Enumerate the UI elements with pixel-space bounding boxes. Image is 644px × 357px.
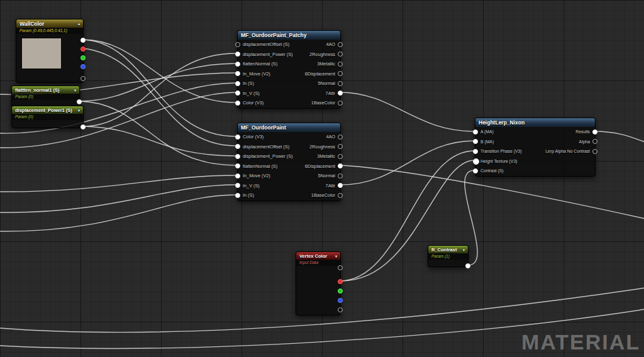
node-row: displacement_Power (S) 2Roughness	[238, 50, 340, 60]
output-pin-label: 5Normal	[318, 173, 335, 178]
input-pin[interactable]	[235, 163, 240, 168]
node-heightlerp-nixon[interactable]: HeightLerp_Nixon A (MA) Results B (MA) A…	[475, 118, 596, 177]
output-pin-label: 6Displacement	[305, 71, 335, 77]
node-row: flattenNormal (S) 3Metallic	[238, 59, 340, 69]
output-pin[interactable]	[77, 99, 82, 104]
input-pin-label: Height Texture (V3)	[480, 159, 517, 163]
output-pin-a[interactable]	[80, 76, 86, 81]
input-pin[interactable]	[235, 81, 240, 86]
collapse-arrow-icon[interactable]: ▾	[74, 88, 76, 92]
input-pin[interactable]	[235, 101, 240, 106]
output-pin[interactable]	[338, 135, 343, 140]
input-pin[interactable]	[473, 139, 478, 144]
output-pin[interactable]	[338, 42, 343, 47]
input-pin[interactable]	[235, 193, 240, 198]
wire[interactable]	[83, 126, 236, 156]
input-pin[interactable]	[235, 173, 240, 178]
output-pin[interactable]	[338, 173, 343, 178]
collapse-arrow-icon[interactable]: ▾	[335, 254, 337, 258]
wire[interactable]	[83, 48, 236, 146]
input-pin-label: flattenNormal (S)	[243, 163, 277, 169]
wire[interactable]	[340, 141, 474, 185]
wire[interactable]	[0, 175, 236, 192]
wire[interactable]	[340, 92, 474, 131]
output-pin[interactable]	[592, 149, 597, 154]
node-row: B (MA) Alpha	[475, 137, 595, 147]
node-header[interactable]: Vertex Color ▾	[296, 252, 340, 260]
node-subtitle: Param (0)	[12, 94, 79, 100]
input-pin-label: In_Move (V2)	[243, 71, 270, 77]
node-row: In_V (S) 7Attr	[238, 89, 340, 99]
output-pin-rgb[interactable]	[338, 265, 343, 270]
color-preview	[21, 38, 62, 69]
output-pin[interactable]	[338, 154, 343, 159]
node-row: Contrast (S)	[475, 166, 595, 176]
output-pin[interactable]	[338, 62, 343, 67]
node-wallcolor[interactable]: WallColor ▴ Param (0.49,0.445,0.41,1)	[16, 19, 84, 83]
node-vertex-color[interactable]: Vertex Color ▾ Input Data	[296, 251, 341, 316]
input-pin[interactable]	[473, 149, 478, 154]
output-pin-label: 4AO	[326, 41, 335, 47]
node-flattten-normal1[interactable]: flattten_normal1 (S) ▾ Param (0)	[11, 85, 80, 107]
wire[interactable]	[0, 185, 236, 212]
input-pin[interactable]	[473, 168, 478, 173]
output-pin-b[interactable]	[338, 298, 343, 303]
collapse-arrow-icon[interactable]: ▴	[78, 21, 80, 26]
node-header[interactable]: MF_OurdoorPaint	[238, 123, 340, 132]
input-pin[interactable]	[235, 42, 240, 47]
wire[interactable]	[79, 63, 236, 101]
input-pin[interactable]	[235, 52, 240, 57]
node-subtitle: Input Data	[296, 260, 340, 266]
output-pin-r[interactable]	[80, 47, 86, 52]
node-header[interactable]: displacement_Power1 (S) ▾	[12, 106, 83, 114]
node-header[interactable]: MF_OurdoorPaint_Patchy	[238, 31, 340, 40]
input-pin[interactable]	[235, 62, 240, 67]
node-row: In_Move (V2) 6Displacement	[238, 69, 340, 79]
input-pin[interactable]	[235, 135, 240, 140]
output-pin[interactable]	[592, 129, 597, 135]
material-watermark: MATERIAL	[521, 330, 640, 354]
output-pin-label: 7Attr	[326, 91, 335, 96]
node-header[interactable]: WallColor ▴	[16, 19, 83, 28]
wire[interactable]	[595, 131, 644, 142]
node-row: Height Texture (V3)	[475, 157, 595, 167]
input-pin[interactable]	[235, 144, 240, 149]
node-title: HeightLerp_Nixon	[479, 119, 525, 126]
input-pin-label: Color (V3)	[243, 134, 264, 140]
wire[interactable]	[0, 195, 236, 231]
node-displacement-power1[interactable]: displacement_Power1 (S) ▾ Param (0)	[11, 106, 84, 128]
output-pin-label: 2Roughness	[309, 52, 335, 57]
input-pin[interactable]	[235, 71, 240, 76]
node-mf-ourdoorpaint[interactable]: MF_OurdoorPaint Color (V3) 4AO displacem…	[237, 123, 341, 201]
node-title: R_Contrast	[431, 247, 457, 253]
node-header[interactable]: R_Contrast ▾	[428, 246, 468, 253]
node-header[interactable]: HeightLerp_Nixon	[475, 118, 595, 127]
node-mf-ourdoorpaint-patchy[interactable]: MF_OurdoorPaint_Patchy displacementOffse…	[237, 30, 341, 109]
output-pin[interactable]	[338, 101, 343, 106]
input-pin[interactable]	[235, 91, 240, 96]
node-subtitle: Param (0.49,0.445,0.41,1)	[16, 28, 83, 34]
wire[interactable]	[83, 40, 236, 102]
input-pin[interactable]	[235, 183, 240, 188]
output-pin[interactable]	[338, 193, 343, 198]
output-pin-label: Lerp Alpha No Contrast	[545, 149, 590, 153]
output-pin[interactable]	[338, 81, 343, 86]
input-pin-label: displacementOffset (S)	[243, 144, 289, 150]
node-r-contrast[interactable]: R_Contrast ▾ Param (1)	[428, 245, 469, 267]
collapse-arrow-icon[interactable]: ▾	[463, 248, 465, 252]
node-header[interactable]: flattten_normal1 (S) ▾	[12, 86, 79, 94]
collapse-arrow-icon[interactable]: ▾	[78, 108, 80, 113]
output-pin-r[interactable]	[338, 279, 343, 284]
input-pin[interactable]	[473, 129, 478, 135]
output-pin-b[interactable]	[80, 64, 86, 69]
input-pin[interactable]	[235, 154, 240, 159]
material-graph-canvas[interactable]: WallColor ▴ Param (0.49,0.445,0.41,1) fl…	[0, 0, 644, 357]
output-pin-g[interactable]	[80, 55, 86, 60]
output-pin-g[interactable]	[338, 288, 343, 294]
output-pin[interactable]	[465, 263, 470, 268]
output-pin-a[interactable]	[338, 307, 343, 312]
output-pin[interactable]	[80, 124, 86, 129]
output-pin-label: 6Displacement	[305, 163, 335, 169]
input-pin[interactable]	[473, 158, 479, 165]
output-pin-rgb[interactable]	[80, 38, 86, 43]
